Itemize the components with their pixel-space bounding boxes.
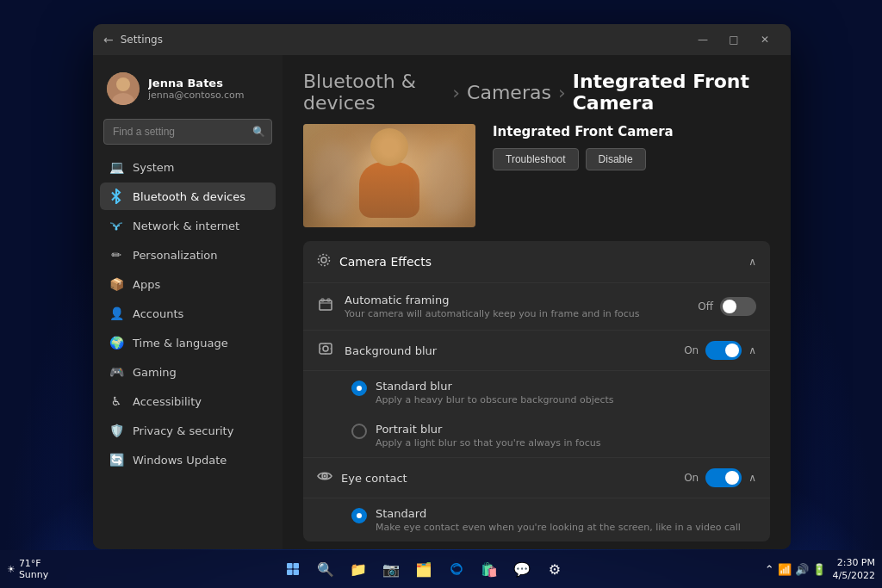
bg-blur-text: Background blur — [345, 344, 674, 357]
bg-blur-control: On ∧ — [684, 341, 756, 360]
breadcrumb-bluetooth[interactable]: Bluetooth & devices — [303, 71, 445, 114]
chevron-up-icon[interactable]: ⌃ — [765, 563, 774, 576]
sidebar-item-label: Privacy & security — [133, 424, 233, 437]
search-icon: 🔍 — [252, 126, 265, 138]
eye-contact-label: Eye contact — [341, 472, 675, 485]
sidebar-item-accounts[interactable]: 👤 Accounts — [100, 300, 276, 327]
volume-icon[interactable]: 🔊 — [795, 563, 809, 576]
taskbar-teams-button[interactable]: 💬 — [508, 555, 536, 583]
breadcrumb-cameras[interactable]: Cameras — [467, 82, 551, 103]
eye-contact-control: On ∧ — [684, 468, 756, 487]
bg-blur-chevron: ∧ — [748, 344, 756, 356]
sidebar-item-time[interactable]: 🌍 Time & language — [100, 329, 276, 356]
taskbar-search-button[interactable]: 🔍 — [312, 555, 339, 583]
sidebar-item-label: Apps — [133, 278, 160, 291]
weather-temp: 71°F — [19, 558, 48, 569]
sidebar-item-label: Accounts — [133, 307, 183, 320]
auto-framing-toggle[interactable] — [720, 297, 756, 316]
bg-blur-options: Standard blur Apply a heavy blur to obsc… — [303, 370, 770, 457]
sidebar-item-accessibility[interactable]: ♿ Accessibility — [100, 387, 276, 415]
camera-effects-icon — [317, 253, 331, 270]
disable-button[interactable]: Disable — [586, 148, 646, 170]
troubleshoot-button[interactable]: Troubleshoot — [493, 148, 579, 170]
sidebar-item-update[interactable]: 🔄 Windows Update — [100, 446, 276, 473]
portrait-blur-option[interactable]: Portrait blur Apply a light blur so that… — [303, 414, 770, 457]
taskbar-right: ⌃ 📶 🔊 🔋 2:30 PM 4/5/2022 — [737, 556, 875, 583]
portrait-blur-text: Portrait blur Apply a light blur so that… — [376, 423, 756, 449]
close-button[interactable]: ✕ — [749, 27, 780, 53]
sidebar-item-label: Bluetooth & devices — [133, 190, 245, 203]
camera-effects-header[interactable]: Camera Effects ∧ — [303, 241, 770, 282]
taskbar-camera-button[interactable]: 📷 — [377, 555, 405, 583]
taskbar-folder-button[interactable]: 🗂️ — [410, 555, 438, 583]
portrait-blur-radio[interactable] — [351, 424, 367, 439]
sidebar: Jenna Bates jenna@contoso.com 🔍 💻 System — [93, 55, 283, 549]
toggle-thumb — [725, 471, 739, 485]
weather-info: 71°F Sunny — [19, 558, 48, 580]
svg-rect-18 — [294, 563, 300, 569]
content-area: Integrated Front Camera Troubleshoot Dis… — [283, 124, 791, 549]
eye-contact-toggle[interactable] — [705, 468, 742, 487]
battery-icon[interactable]: 🔋 — [812, 563, 826, 576]
portrait-blur-label: Portrait blur — [376, 423, 756, 436]
svg-point-14 — [325, 353, 326, 355]
portrait-blur-desc: Apply a light blur so that you're always… — [376, 437, 756, 449]
bluetooth-icon — [109, 189, 124, 204]
taskbar: ☀️ 71°F Sunny 🔍 📁 📷 🗂️ — [0, 550, 882, 588]
taskbar-clock[interactable]: 2:30 PM 4/5/2022 — [833, 556, 875, 583]
person-head — [370, 128, 408, 166]
user-info: Jenna Bates jenna@contoso.com — [148, 77, 269, 101]
minimize-button[interactable]: — — [687, 27, 718, 53]
search-box: 🔍 — [103, 119, 272, 145]
sidebar-item-label: System — [133, 161, 174, 174]
standard-eye-text: Standard Make eye contact even when you'… — [376, 507, 756, 533]
weather-condition: Sunny — [19, 569, 48, 580]
taskbar-left: ☀️ 71°F Sunny — [7, 558, 110, 580]
standard-eye-option[interactable]: Standard Make eye contact even when you'… — [303, 498, 770, 542]
bg-blur-label: Background blur — [345, 344, 674, 357]
camera-name: Integrated Front Camera — [493, 124, 770, 139]
sidebar-item-personalization[interactable]: ✏️ Personalization — [100, 241, 276, 269]
taskbar-edge-button[interactable] — [443, 555, 470, 583]
weather-widget[interactable]: ☀️ 71°F Sunny — [7, 558, 48, 580]
user-profile[interactable]: Jenna Bates jenna@contoso.com — [100, 65, 276, 117]
svg-point-13 — [325, 343, 326, 344]
search-input[interactable] — [103, 119, 272, 145]
weather-icon: ☀️ — [7, 564, 16, 575]
clock-time: 2:30 PM — [833, 556, 875, 569]
svg-point-5 — [319, 255, 330, 266]
sys-tray-icons: ⌃ 📶 🔊 🔋 — [765, 563, 826, 576]
user-email: jenna@contoso.com — [148, 90, 269, 101]
taskbar-settings-button[interactable]: ⚙️ — [541, 555, 568, 583]
standard-eye-label: Standard — [376, 507, 756, 520]
maximize-button[interactable]: □ — [718, 27, 749, 53]
breadcrumb-sep-2: › — [558, 82, 566, 103]
bg-blur-toggle[interactable] — [705, 341, 742, 360]
back-button[interactable]: ← — [103, 33, 114, 46]
sidebar-item-privacy[interactable]: 🛡️ Privacy & security — [100, 417, 276, 444]
breadcrumb: Bluetooth & devices › Cameras › Integrat… — [283, 55, 791, 124]
svg-rect-19 — [287, 570, 293, 576]
standard-eye-desc: Make eye contact even when you're lookin… — [376, 522, 756, 533]
camera-preview — [303, 124, 475, 227]
sidebar-item-network[interactable]: Network & internet — [100, 212, 276, 239]
standard-eye-radio[interactable] — [351, 508, 367, 523]
sidebar-item-bluetooth[interactable]: Bluetooth & devices — [100, 183, 276, 210]
title-bar: ← Settings — □ ✕ — [93, 24, 791, 55]
sidebar-item-gaming[interactable]: 🎮 Gaming — [100, 358, 276, 386]
sidebar-item-apps[interactable]: 📦 Apps — [100, 270, 276, 298]
auto-framing-icon — [317, 297, 334, 316]
taskbar-store-button[interactable]: 🛍️ — [475, 555, 503, 583]
camera-info: Integrated Front Camera Troubleshoot Dis… — [493, 124, 770, 170]
breadcrumb-sep-1: › — [452, 82, 460, 103]
taskbar-files-button[interactable]: 📁 — [345, 555, 372, 583]
standard-blur-option[interactable]: Standard blur Apply a heavy blur to obsc… — [303, 371, 770, 414]
breadcrumb-current: Integrated Front Camera — [573, 71, 770, 114]
sidebar-item-label: Personalization — [133, 249, 218, 262]
auto-framing-control: Off — [698, 297, 756, 316]
wifi-icon[interactable]: 📶 — [778, 563, 792, 576]
person-silhouette — [355, 128, 424, 227]
sidebar-item-system[interactable]: 💻 System — [100, 153, 276, 181]
standard-blur-radio[interactable] — [351, 381, 367, 396]
start-button[interactable] — [279, 555, 307, 583]
